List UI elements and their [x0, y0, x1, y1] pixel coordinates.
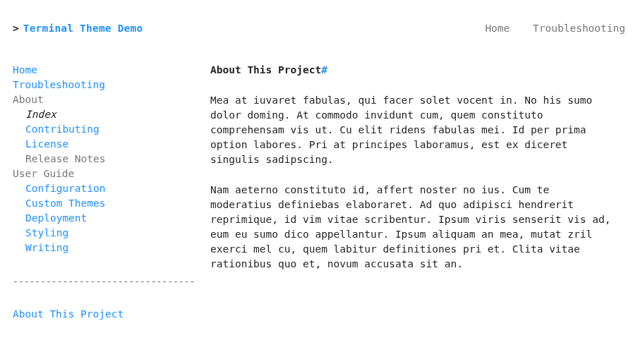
page-title-text: About This Project	[210, 64, 321, 75]
sidebar: Home Troubleshooting About Index Contrib…	[13, 49, 196, 322]
sidebar-item-styling[interactable]: Styling	[25, 226, 68, 241]
sidebar-section-about: About	[13, 92, 44, 107]
sidebar-item-writing[interactable]: Writing	[25, 241, 68, 255]
top-nav-home[interactable]: Home	[485, 23, 510, 34]
sidebar-list: Home Troubleshooting About Index Contrib…	[13, 63, 196, 255]
sidebar-item-custom-themes[interactable]: Custom Themes	[25, 196, 106, 211]
sidebar-item-deployment[interactable]: Deployment	[25, 211, 87, 226]
header: >Terminal Theme Demo Home Troubleshootin…	[0, 0, 638, 36]
sidebar-divider: ----------------------------------------	[13, 275, 196, 289]
sidebar-item-configuration[interactable]: Configuration	[25, 181, 106, 196]
sidebar-item-contributing[interactable]: Contributing	[25, 122, 100, 137]
top-nav: Home Troubleshooting	[468, 21, 625, 36]
sidebar-item-troubleshooting[interactable]: Troubleshooting	[13, 78, 105, 92]
sidebar-item-release-notes: Release Notes	[25, 152, 106, 166]
layout: Home Troubleshooting About Index Contrib…	[0, 36, 638, 334]
prompt-icon: >	[13, 23, 19, 34]
page-title: About This Project#	[210, 63, 613, 78]
site-title: Terminal Theme Demo	[23, 23, 143, 34]
sidebar-section-user-guide: User Guide	[13, 166, 74, 181]
site-title-wrap[interactable]: >Terminal Theme Demo	[13, 21, 143, 36]
paragraph: Nam aeterno constituto id, affert noster…	[210, 183, 613, 272]
toc-link-about-this-project[interactable]: About This Project	[13, 307, 124, 322]
main-content: About This Project# Mea at iuvaret fabul…	[210, 49, 625, 322]
sidebar-item-index[interactable]: Index	[25, 107, 56, 122]
paragraph: Mea at iuvaret fabulas, qui facer solet …	[210, 93, 613, 167]
sidebar-item-home[interactable]: Home	[13, 63, 37, 78]
sidebar-item-license[interactable]: License	[25, 137, 68, 152]
top-nav-troubleshooting[interactable]: Troubleshooting	[533, 23, 625, 34]
heading-anchor-icon[interactable]: #	[321, 64, 327, 75]
